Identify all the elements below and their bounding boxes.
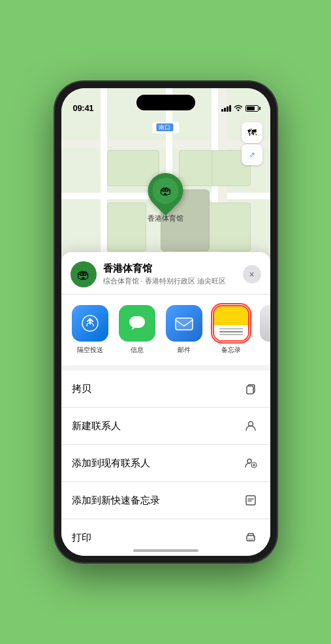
add-existing-icon [242,454,260,472]
svg-rect-13 [248,538,253,541]
svg-point-9 [247,459,251,463]
copy-icon [242,379,260,398]
dynamic-island [136,95,195,110]
more-icon [260,305,270,342]
notes-label: 备忘录 [221,346,241,355]
mail-icon [166,305,202,342]
battery-icon [245,105,259,112]
share-item-mail[interactable]: 邮件 [163,305,205,355]
svg-rect-7 [247,386,253,394]
location-button[interactable]: ⇗ [242,144,262,165]
mail-label: 邮件 [178,346,191,355]
wifi-icon [234,104,243,113]
notes-lines [219,329,243,336]
location-pin: 🏟 [140,166,190,216]
map-view-button[interactable]: 🗺 [242,122,262,143]
phone-frame: 09:41 [55,82,277,562]
bottom-sheet: 🏟 香港体育馆 综合体育馆 · 香港特别行政区 油尖旺区 × [61,252,270,556]
menu-item-new-contact[interactable]: 新建联系人 [61,408,270,445]
svg-point-14 [253,537,255,538]
status-time: 09:41 [73,103,94,113]
location-pin-container: 🏟 香港体育馆 [148,173,183,223]
share-item-more[interactable]: 推 [257,305,270,355]
menu-item-copy[interactable]: 拷贝 [61,370,270,408]
notes-icon [213,305,249,342]
map-controls: 🗺 ⇗ [242,122,262,165]
phone-screen: 09:41 [61,88,270,556]
add-existing-label: 添加到现有联系人 [72,457,150,470]
home-indicator [133,549,198,552]
signal-icon [221,105,231,112]
airdrop-label: 隔空投送 [77,346,103,355]
share-item-notes[interactable]: 备忘录 [210,305,252,355]
messages-icon [119,305,155,342]
venue-name: 香港体育馆 [103,263,243,275]
map-area-label: 南口 [152,122,179,133]
messages-label: 信息 [131,346,144,355]
new-contact-icon [242,417,260,435]
add-note-label: 添加到新快速备忘录 [72,494,160,507]
venue-icon: 🏟 [71,261,97,287]
venue-pin-icon: 🏟 [153,178,179,204]
share-item-messages[interactable]: 信息 [116,305,158,355]
venue-subtitle: 综合体育馆 · 香港特别行政区 油尖旺区 [103,276,243,286]
menu-list: 拷贝 新建联系人 [61,370,270,556]
menu-item-add-existing[interactable]: 添加到现有联系人 [61,445,270,482]
svg-rect-11 [246,496,255,505]
new-contact-label: 新建联系人 [72,420,121,432]
share-row: 隔空投送 信息 [61,295,270,370]
venue-info: 香港体育馆 综合体育馆 · 香港特别行政区 油尖旺区 [103,263,243,286]
add-note-icon [242,491,260,509]
status-icons [221,104,259,113]
share-item-airdrop[interactable]: 隔空投送 [69,305,111,355]
sheet-header: 🏟 香港体育馆 综合体育馆 · 香港特别行政区 油尖旺区 × [61,252,270,295]
close-button[interactable]: × [243,265,261,283]
svg-rect-1 [129,316,145,328]
airdrop-icon [72,305,108,342]
copy-label: 拷贝 [72,383,91,395]
print-label: 打印 [72,532,91,544]
svg-rect-2 [176,318,193,330]
print-icon [242,528,260,547]
menu-item-add-note[interactable]: 添加到新快速备忘录 [61,482,270,519]
